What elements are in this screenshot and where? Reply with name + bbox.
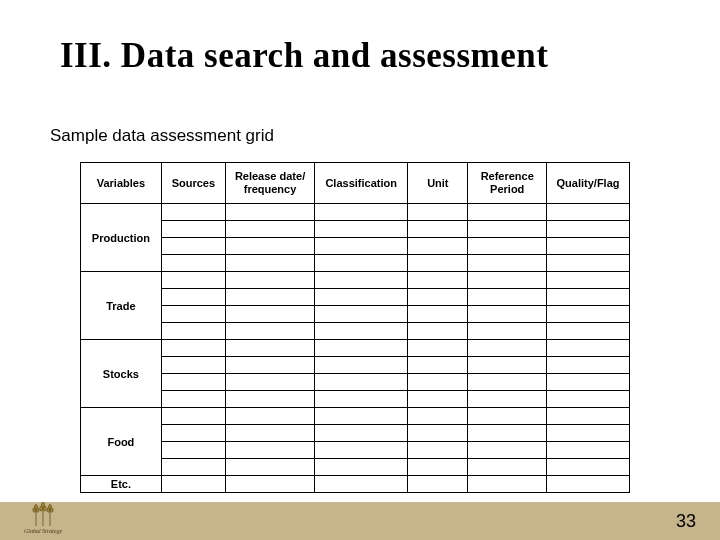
cell [408, 289, 468, 306]
cell [161, 204, 225, 221]
cell [547, 340, 630, 357]
cell [468, 204, 547, 221]
table-row [81, 255, 630, 272]
table-row [81, 442, 630, 459]
cell [226, 255, 315, 272]
cell [468, 221, 547, 238]
cell [226, 289, 315, 306]
col-quality: Quality/Flag [547, 163, 630, 204]
table-row [81, 425, 630, 442]
row-group-label: Etc. [81, 476, 162, 493]
cell [226, 425, 315, 442]
cell [408, 425, 468, 442]
cell [547, 357, 630, 374]
cell [408, 340, 468, 357]
cell [161, 391, 225, 408]
cell [468, 425, 547, 442]
cell [408, 255, 468, 272]
cell [408, 459, 468, 476]
cell [161, 476, 225, 493]
cell [468, 459, 547, 476]
row-group-label: Production [81, 204, 162, 272]
cell [315, 204, 408, 221]
cell [315, 374, 408, 391]
cell [161, 425, 225, 442]
cell [226, 272, 315, 289]
cell [226, 459, 315, 476]
table-row [81, 289, 630, 306]
cell [468, 340, 547, 357]
cell [408, 408, 468, 425]
col-refperiod: Reference Period [468, 163, 547, 204]
cell [468, 442, 547, 459]
cell [547, 323, 630, 340]
table-row: Trade [81, 272, 630, 289]
cell [408, 442, 468, 459]
cell [408, 238, 468, 255]
cell [547, 459, 630, 476]
cell [315, 340, 408, 357]
cell [468, 476, 547, 493]
cell [226, 476, 315, 493]
table-row [81, 323, 630, 340]
col-variables: Variables [81, 163, 162, 204]
cell [315, 306, 408, 323]
table-row: Stocks [81, 340, 630, 357]
cell [226, 238, 315, 255]
cell [161, 221, 225, 238]
cell [226, 221, 315, 238]
table-row [81, 391, 630, 408]
cell [315, 442, 408, 459]
cell [161, 459, 225, 476]
cell [408, 323, 468, 340]
cell [408, 357, 468, 374]
table-row [81, 306, 630, 323]
cell [408, 204, 468, 221]
cell [161, 323, 225, 340]
cell [315, 459, 408, 476]
cell [226, 204, 315, 221]
cell [468, 255, 547, 272]
cell [315, 255, 408, 272]
slide: III. Data search and assessment Sample d… [0, 0, 720, 540]
table-row [81, 357, 630, 374]
cell [468, 357, 547, 374]
cell [547, 238, 630, 255]
cell [161, 238, 225, 255]
cell [468, 323, 547, 340]
cell [468, 391, 547, 408]
cell [226, 306, 315, 323]
cell [547, 255, 630, 272]
table-row: Etc. [81, 476, 630, 493]
table-row: Production [81, 204, 630, 221]
table-row [81, 221, 630, 238]
subtitle: Sample data assessment grid [50, 126, 274, 146]
cell [315, 238, 408, 255]
assessment-table: Variables Sources Release date/ frequenc… [80, 162, 630, 493]
cell [547, 289, 630, 306]
cell [161, 374, 225, 391]
cell [408, 272, 468, 289]
cell [315, 425, 408, 442]
cell [408, 476, 468, 493]
cell [226, 391, 315, 408]
table-header: Variables Sources Release date/ frequenc… [81, 163, 630, 204]
cell [315, 221, 408, 238]
col-classification: Classification [315, 163, 408, 204]
cell [468, 374, 547, 391]
cell [468, 289, 547, 306]
cell [315, 289, 408, 306]
cell [468, 272, 547, 289]
assessment-grid: Variables Sources Release date/ frequenc… [80, 162, 630, 493]
cell [315, 408, 408, 425]
cell [547, 391, 630, 408]
cell [547, 306, 630, 323]
cell [161, 289, 225, 306]
cell [468, 306, 547, 323]
cell [547, 476, 630, 493]
cell [547, 204, 630, 221]
col-sources: Sources [161, 163, 225, 204]
cell [547, 272, 630, 289]
cell [547, 425, 630, 442]
cell [161, 340, 225, 357]
